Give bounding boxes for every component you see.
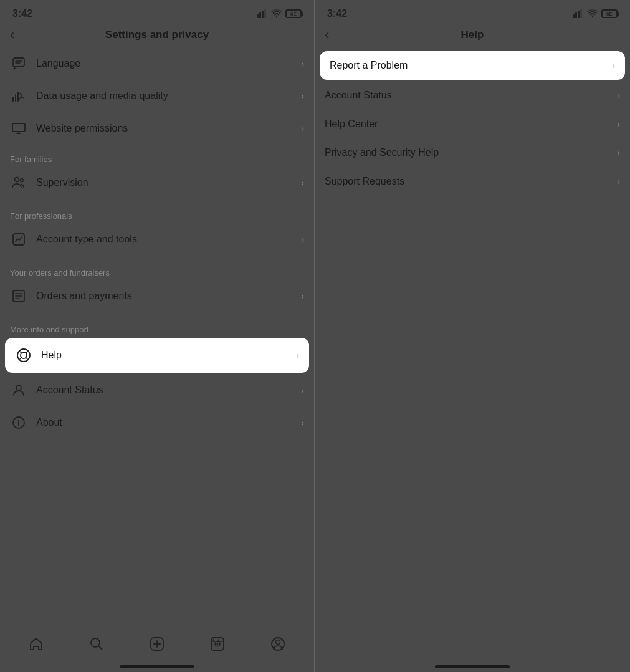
svg-line-14 [19,351,22,353]
svg-point-34 [275,640,280,645]
svg-point-29 [216,643,218,645]
back-button-left[interactable]: ‹ [10,28,14,42]
status-icons-right: 6E [573,9,618,18]
wifi-icon-right [587,9,598,18]
svg-line-16 [19,358,22,360]
svg-point-20 [18,420,19,421]
about-label: About [36,417,62,428]
website-permissions-chevron: › [301,123,304,133]
status-time-right: 3:42 [327,8,347,19]
svg-rect-35 [573,14,575,18]
svg-line-15 [26,351,29,353]
bar-chart-icon [10,87,27,105]
back-button-right[interactable]: ‹ [325,28,329,42]
help-center-chevron: › [617,119,620,129]
svg-rect-2 [262,11,264,18]
menu-item-data-usage[interactable]: Data usage and media quality › [0,80,314,112]
left-panel: 3:42 6E ‹ Settings and privac [0,0,315,672]
for-professionals-label: For professionals [0,208,314,223]
menu-item-about[interactable]: About › [0,406,314,439]
svg-rect-6 [12,123,25,132]
battery-icon-left: 6E [285,9,302,18]
account-type-chevron: › [301,234,304,244]
help-menu-items: Report a Problem › Account Status › Help… [315,47,630,672]
home-indicator-right [435,665,510,668]
svg-rect-38 [580,9,582,18]
supervision-chevron: › [301,178,304,188]
speech-bubble-icon [10,55,27,72]
report-problem-label: Report a Problem [330,60,408,71]
status-time-left: 3:42 [12,8,32,19]
account-status-left-chevron: › [301,385,304,395]
language-chevron: › [301,59,304,69]
signal-icon-left [257,9,268,18]
about-chevron: › [301,418,304,428]
page-header-right: ‹ Help [315,25,630,47]
menu-item-help[interactable]: Help › [5,338,309,373]
help-chevron: › [296,350,299,360]
signal-icon-right [573,9,584,18]
support-requests-chevron: › [617,176,620,186]
info-icon [10,414,27,431]
nav-create[interactable] [141,631,173,657]
data-usage-chevron: › [301,91,304,101]
privacy-security-help-chevron: › [617,148,620,158]
status-bar-left: 3:42 6E [0,0,314,25]
nav-profile[interactable] [262,631,294,657]
support-requests-label: Support Requests [325,176,404,187]
svg-line-17 [26,358,29,360]
menu-item-report-problem[interactable]: Report a Problem › [320,51,625,80]
menu-item-account-type[interactable]: Account type and tools › [0,223,314,256]
svg-rect-0 [257,14,259,18]
lifebuoy-icon [15,347,32,364]
bottom-nav [0,622,314,672]
page-header-left: ‹ Settings and privacy [0,25,314,47]
home-indicator-left [120,665,194,668]
nav-home[interactable] [21,631,52,657]
menu-item-orders[interactable]: Orders and payments › [0,280,314,312]
svg-line-23 [98,646,102,650]
orders-icon [10,287,27,305]
svg-point-5 [20,93,22,95]
svg-rect-3 [264,9,266,18]
more-info-label: More info and support [0,321,314,337]
account-status-left-label: Account Status [36,385,103,396]
top-menu-items: Language › Data usage and media quality … [0,47,314,145]
right-panel: 3:42 6E ‹ Help Report a [315,0,630,672]
orders-section: Your orders and fundraisers Orders and p… [0,258,314,315]
for-families-label: For families [0,151,314,166]
svg-point-7 [15,178,19,182]
monitor-icon [10,120,27,137]
help-label: Help [41,350,62,361]
website-permissions-label: Website permissions [36,123,128,134]
menu-item-privacy-security-help[interactable]: Privacy and Security Help › [315,138,630,167]
menu-item-website-permissions[interactable]: Website permissions › [0,112,314,145]
svg-point-18 [16,385,21,390]
status-bar-right: 3:42 6E [315,0,630,25]
people-icon [10,174,27,191]
svg-line-32 [218,638,219,641]
privacy-security-help-label: Privacy and Security Help [325,147,439,158]
menu-item-language[interactable]: Language › [0,47,314,80]
orders-section-label: Your orders and fundraisers [0,264,314,280]
svg-rect-36 [575,12,577,18]
nav-reels[interactable] [202,631,233,657]
menu-item-help-center[interactable]: Help Center › [315,110,630,138]
page-title-right: Help [461,29,484,41]
menu-item-support-requests[interactable]: Support Requests › [315,167,630,196]
menu-item-account-status-right[interactable]: Account Status › [315,81,630,110]
svg-rect-37 [578,11,580,18]
svg-rect-4 [13,58,24,67]
data-usage-label: Data usage and media quality [36,90,168,102]
more-info-section: More info and support Help › [0,315,314,441]
help-center-label: Help Center [325,118,378,130]
menu-item-supervision[interactable]: Supervision › [0,166,314,199]
nav-search[interactable] [81,631,112,657]
for-families-section: For families Supervision › [0,145,314,201]
orders-chevron: › [301,291,304,301]
svg-point-8 [21,179,24,182]
svg-rect-1 [259,12,261,18]
battery-icon-right: 6E [601,9,618,18]
wifi-icon-left [271,9,282,18]
menu-item-account-status-left[interactable]: Account Status › [0,374,314,406]
